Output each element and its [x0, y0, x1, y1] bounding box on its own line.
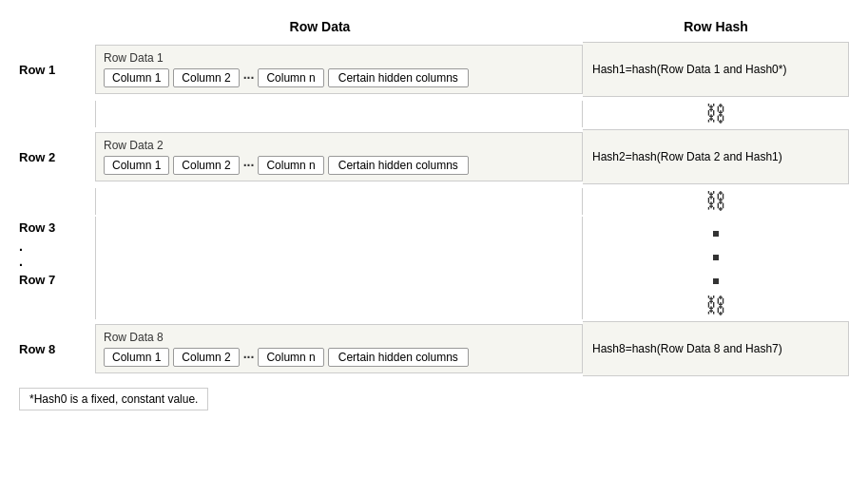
col-tag-1-1: Column 1 [104, 68, 169, 87]
col-tag-2-n: Column n [258, 156, 323, 175]
col-tag-2-2: Column 2 [173, 156, 239, 175]
col-tag-2-1: Column 1 [104, 156, 169, 175]
row-data-box-1: Row Data 1 Column 1 Column 2 ··· Column … [95, 45, 583, 94]
chain-icon-1: ⛓ [705, 102, 726, 126]
divider-row-3: ⛓ [19, 293, 849, 319]
col-hidden-1: Certain hidden columns [328, 68, 469, 87]
divider-data-3 [95, 293, 583, 319]
row-data-label-8: Row Data 8 [104, 331, 574, 344]
row-data-box-8: Row Data 8 Column 1 Column 2 ··· Column … [95, 324, 583, 373]
row-label-1: Row 1 [19, 63, 95, 77]
row-data-label-2: Row Data 2 [104, 139, 574, 152]
page-container: Row Data Row Hash Row 1 Row Data 1 Colum… [0, 10, 868, 420]
footer-note: *Hash0 is a fixed, constant value. [19, 388, 208, 410]
row-data-box-2: Row Data 2 Column 1 Column 2 ··· Column … [95, 132, 583, 181]
middle-square-1 [713, 221, 719, 241]
row-dot-1: . [19, 238, 95, 254]
middle-data-col [95, 217, 583, 293]
header-row: Row Data Row Hash [19, 19, 849, 34]
data-row-1: Row 1 Row Data 1 Column 1 Column 2 ··· C… [19, 42, 849, 97]
col-tag-1-2: Column 2 [173, 68, 239, 87]
row-label-3: Row 3 [19, 217, 95, 238]
divider-hash-2: ⛓ [583, 189, 849, 214]
divider-hash-3: ⛓ [583, 294, 849, 318]
row-dot-2: . [19, 254, 95, 269]
row-label-8: Row 8 [19, 342, 95, 356]
middle-rows: Row 3 . . Row 7 [19, 217, 849, 293]
row-hash-8: Hash8=hash(Row Data 8 and Hash7) [583, 321, 849, 376]
col-hidden-8: Certain hidden columns [328, 348, 469, 367]
col-tag-8-n: Column n [258, 348, 323, 367]
middle-square-2 [713, 245, 719, 265]
divider-row-1: ⛓ [19, 101, 849, 127]
divider-data-2 [95, 188, 583, 215]
chain-icon-3: ⛓ [705, 294, 726, 318]
divider-data-1 [95, 101, 583, 127]
col-dots-2: ··· [243, 158, 255, 173]
row-hash-header: Row Hash [583, 19, 849, 34]
chain-icon-2: ⛓ [705, 189, 726, 214]
row-label-7: Row 7 [19, 269, 95, 291]
middle-square-3 [713, 269, 719, 289]
col-hidden-2: Certain hidden columns [328, 156, 469, 175]
columns-container-2: Column 1 Column 2 ··· Column n Certain h… [104, 156, 574, 175]
data-row-2: Row 2 Row Data 2 Column 1 Column 2 ··· C… [19, 129, 849, 184]
divider-hash-1: ⛓ [583, 102, 849, 126]
col-dots-8: ··· [243, 350, 255, 365]
col-dots-1: ··· [243, 70, 255, 86]
middle-label-col: Row 3 . . Row 7 [19, 217, 95, 292]
col-tag-8-1: Column 1 [104, 348, 169, 367]
divider-row-2: ⛓ [19, 188, 849, 215]
middle-hash-col [583, 217, 849, 293]
col-tag-8-2: Column 2 [173, 348, 239, 367]
row-data-label-1: Row Data 1 [104, 51, 574, 65]
row-data-header: Row Data [95, 19, 583, 34]
columns-container-8: Column 1 Column 2 ··· Column n Certain h… [104, 348, 574, 367]
row-label-2: Row 2 [19, 150, 95, 164]
row-hash-2: Hash2=hash(Row Data 2 and Hash1) [583, 129, 849, 184]
col-tag-1-n: Column n [258, 68, 323, 87]
columns-container-1: Column 1 Column 2 ··· Column n Certain h… [104, 68, 574, 87]
data-row-8: Row 8 Row Data 8 Column 1 Column 2 ··· C… [19, 321, 849, 376]
row-hash-1: Hash1=hash(Row Data 1 and Hash0*) [583, 42, 849, 97]
